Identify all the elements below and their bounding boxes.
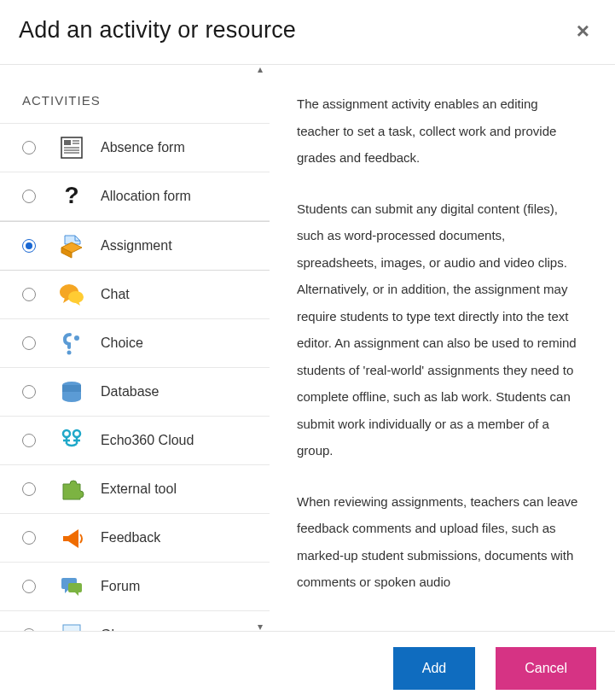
database-icon: [58, 378, 85, 405]
activity-item-megaphone[interactable]: Feedback: [0, 514, 270, 563]
activity-item-absence[interactable]: Absence form: [0, 123, 270, 172]
svg-point-14: [73, 430, 80, 437]
svg-point-13: [63, 430, 70, 437]
absence-icon: [58, 134, 85, 161]
activity-radio[interactable]: [22, 190, 36, 203]
activity-item-database[interactable]: Database: [0, 368, 270, 417]
activity-radio[interactable]: [22, 580, 36, 593]
megaphone-icon: [58, 524, 85, 551]
choice-icon: [58, 330, 85, 357]
activity-radio[interactable]: [22, 482, 36, 496]
activities-list-pane[interactable]: ▴ ▾ ACTIVITIES Absence form?Allocation f…: [0, 65, 270, 631]
add-button[interactable]: Add: [393, 647, 475, 690]
activity-radio[interactable]: [22, 336, 36, 350]
glossary-icon: Aa: [58, 621, 85, 631]
svg-point-9: [68, 291, 84, 303]
dialog-header: Add an activity or resource ×: [0, 0, 615, 65]
chat-icon: [58, 281, 85, 308]
activity-radio[interactable]: [22, 531, 36, 545]
svg-rect-1: [64, 140, 71, 145]
activity-label: Forum: [101, 579, 140, 594]
activity-label: Feedback: [101, 530, 160, 545]
activity-item-glossary[interactable]: AaGlossary: [0, 611, 270, 631]
activity-label: Chat: [101, 287, 130, 302]
description-paragraph: Students can submit any digital content …: [297, 195, 581, 464]
activity-item-chat[interactable]: Chat: [0, 271, 270, 319]
dialog-footer: Add Cancel: [0, 631, 615, 700]
activity-radio[interactable]: [22, 239, 36, 253]
description-paragraph: The assignment activity enables an editi…: [297, 90, 581, 172]
assignment-icon: [58, 232, 85, 260]
activity-radio[interactable]: [22, 141, 36, 155]
question-icon: ?: [58, 183, 85, 210]
svg-rect-16: [68, 583, 82, 592]
activity-radio[interactable]: [22, 434, 36, 447]
activity-label: Database: [101, 384, 160, 400]
activity-radio[interactable]: [22, 385, 36, 399]
scroll-up-icon[interactable]: ▴: [258, 65, 263, 75]
activity-radio[interactable]: [22, 628, 36, 631]
activity-label: External tool: [101, 481, 177, 497]
svg-text:?: ?: [64, 183, 78, 208]
activity-item-echo360[interactable]: Echo360 Cloud: [0, 417, 270, 465]
activities-list: Absence form?Allocation formAssignmentCh…: [0, 123, 270, 631]
activity-label: Absence form: [101, 140, 185, 155]
activity-item-assignment[interactable]: Assignment: [0, 221, 270, 271]
activity-label: Allocation form: [101, 189, 191, 204]
activity-item-puzzle[interactable]: External tool: [0, 465, 270, 514]
activity-description-pane[interactable]: The assignment activity enables an editi…: [270, 65, 615, 631]
description-paragraph: When reviewing assignments, teachers can…: [297, 488, 581, 596]
activity-label: Choice: [101, 335, 143, 351]
dialog-title: Add an activity or resource: [19, 17, 296, 44]
activity-item-choice[interactable]: Choice: [0, 319, 270, 368]
activity-item-question[interactable]: ?Allocation form: [0, 172, 270, 221]
activity-item-forum[interactable]: Forum: [0, 563, 270, 611]
activity-label: Assignment: [101, 238, 172, 254]
close-icon[interactable]: ×: [570, 18, 596, 44]
svg-point-11: [74, 335, 79, 341]
activities-section-header: ACTIVITIES: [0, 80, 270, 123]
dialog-body: ▴ ▾ ACTIVITIES Absence form?Allocation f…: [0, 65, 615, 631]
activity-label: Echo360 Cloud: [101, 433, 194, 448]
activity-label: Glossary: [101, 627, 154, 631]
puzzle-icon: [58, 475, 85, 503]
forum-icon: [58, 573, 85, 600]
cancel-button[interactable]: Cancel: [496, 647, 596, 690]
echo360-icon: [58, 427, 85, 454]
activity-radio[interactable]: [22, 288, 36, 301]
svg-text:A: A: [68, 630, 77, 631]
svg-point-10: [67, 351, 72, 355]
